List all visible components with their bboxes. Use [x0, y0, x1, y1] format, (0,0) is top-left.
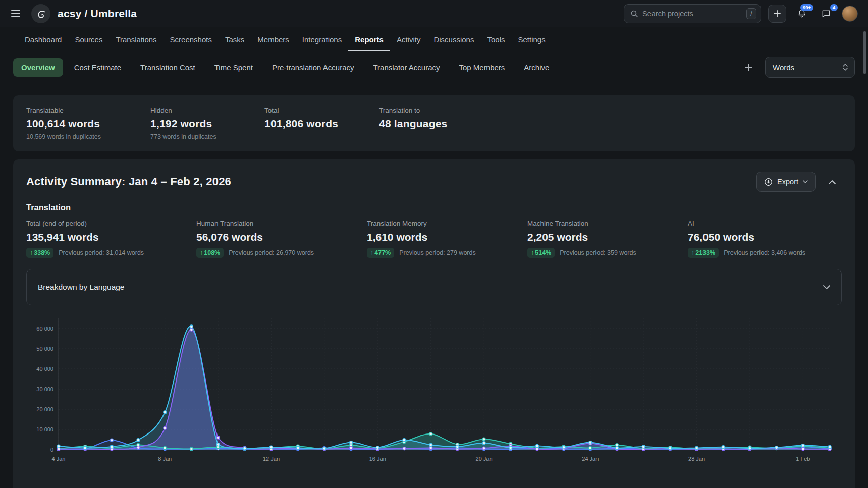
stat-label: Translatable	[26, 106, 150, 114]
export-button[interactable]: Export	[756, 172, 816, 192]
stat-value: 100,614 words	[26, 118, 150, 130]
metric-label: Machine Translation	[527, 220, 688, 227]
plus-icon	[745, 64, 752, 71]
create-project-button[interactable]	[768, 5, 786, 23]
tab-tasks[interactable]: Tasks	[219, 29, 251, 51]
stat-value: 1,192 words	[150, 118, 264, 130]
notification-count-badge: 99+	[800, 4, 813, 11]
delta-badge: ↑338%	[26, 248, 53, 258]
stat-label: Translation to	[379, 106, 842, 114]
export-icon	[764, 178, 773, 186]
metric-label: AI	[688, 220, 842, 227]
svg-text:0: 0	[50, 447, 53, 453]
svg-text:20 Jan: 20 Jan	[476, 456, 493, 462]
tab-members[interactable]: Members	[251, 29, 296, 51]
report-tab-archive[interactable]: Archive	[516, 58, 557, 77]
delta-badge: ↑514%	[527, 248, 555, 258]
tab-sources[interactable]: Sources	[68, 29, 109, 51]
tab-activity[interactable]: Activity	[390, 29, 427, 51]
tab-reports[interactable]: Reports	[348, 29, 390, 51]
stat-sub: 773 words in duplicates	[150, 133, 264, 140]
search-box[interactable]: /	[624, 4, 761, 23]
activity-summary-title: Activity Summary: Jan 4 – Feb 2, 2026	[26, 175, 756, 188]
report-tab-top-members[interactable]: Top Members	[451, 58, 513, 77]
report-tab-time-spent[interactable]: Time Spent	[206, 58, 261, 77]
delta-badge: ↑108%	[196, 248, 224, 258]
chevron-down-icon	[823, 285, 830, 290]
chat-icon	[821, 9, 831, 19]
word-stats-card: Translatable 100,614 words 10,569 words …	[13, 95, 855, 151]
up-arrow-icon: ↑	[691, 249, 694, 256]
caret-down-icon	[803, 180, 808, 184]
svg-text:20 000: 20 000	[36, 406, 53, 412]
svg-text:30 000: 30 000	[36, 386, 53, 392]
stat-hidden: Hidden 1,192 words 773 words in duplicat…	[150, 106, 264, 140]
report-unit-select[interactable]: Words	[765, 57, 855, 78]
up-arrow-icon: ↑	[370, 249, 373, 256]
add-report-button[interactable]	[740, 59, 757, 76]
metric-value: 2,205 words	[527, 231, 688, 243]
stat-translatable: Translatable 100,614 words 10,569 words …	[26, 106, 150, 140]
delta-badge: ↑2133%	[688, 248, 719, 258]
reports-subnav: Overview Cost Estimate Translation Cost …	[0, 51, 868, 85]
stat-sub: 10,569 words in duplicates	[26, 133, 150, 140]
tab-discussions[interactable]: Discussions	[427, 29, 480, 51]
svg-text:24 Jan: 24 Jan	[582, 456, 599, 462]
stat-label: Total	[264, 106, 379, 114]
svg-text:50 000: 50 000	[36, 346, 53, 352]
activity-summary-card: Activity Summary: Jan 4 – Feb 2, 2026 Ex…	[13, 159, 855, 488]
breakdown-by-language-panel[interactable]: Breakdown by Language	[26, 269, 842, 305]
unit-select-value: Words	[773, 63, 794, 72]
vertical-scrollbar[interactable]	[863, 31, 866, 74]
tab-tools[interactable]: Tools	[480, 29, 511, 51]
stat-total: Total 101,806 words	[264, 106, 379, 140]
tab-dashboard[interactable]: Dashboard	[18, 29, 68, 51]
previous-period-text: Previous period: 3,406 words	[724, 249, 805, 256]
report-tab-translator-accuracy[interactable]: Translator Accuracy	[365, 58, 448, 77]
metric-machine-translation: Machine Translation 2,205 words ↑514% Pr…	[527, 220, 688, 258]
chevron-updown-icon	[842, 63, 848, 71]
previous-period-text: Previous period: 26,970 words	[229, 249, 314, 256]
report-tab-overview[interactable]: Overview	[13, 58, 63, 77]
metric-value: 1,610 words	[367, 231, 527, 243]
crowdin-logo[interactable]	[31, 4, 50, 23]
svg-text:1 Feb: 1 Feb	[796, 456, 810, 462]
stat-value: 48 languages	[379, 118, 842, 130]
user-avatar[interactable]	[842, 6, 858, 22]
tab-screenshots[interactable]: Screenshots	[164, 29, 219, 51]
hamburger-menu-icon[interactable]	[11, 7, 24, 20]
stat-translation-to: Translation to 48 languages	[379, 106, 842, 140]
svg-text:16 Jan: 16 Jan	[369, 456, 386, 462]
metric-human-translation: Human Translation 56,076 words ↑108% Pre…	[196, 220, 367, 258]
activity-chart[interactable]: 010 00020 00030 00040 00050 00060 0004 J…	[26, 312, 839, 470]
translation-metrics-row: Total (end of period) 135,941 words ↑338…	[26, 220, 842, 258]
messages-button[interactable]: 4	[818, 5, 835, 22]
metric-label: Total (end of period)	[26, 220, 196, 227]
svg-text:40 000: 40 000	[36, 366, 53, 372]
stat-label: Hidden	[150, 106, 264, 114]
metric-label: Human Translation	[196, 220, 367, 227]
metric-label: Translation Memory	[367, 220, 527, 227]
svg-text:12 Jan: 12 Jan	[263, 456, 280, 462]
tab-settings[interactable]: Settings	[511, 29, 552, 51]
project-title: acsy / Umbrella	[58, 8, 137, 20]
slash-shortcut-key: /	[746, 8, 756, 19]
up-arrow-icon: ↑	[531, 249, 534, 256]
up-arrow-icon: ↑	[200, 249, 203, 256]
up-arrow-icon: ↑	[30, 249, 33, 256]
metric-ai: AI 76,050 words ↑2133% Previous period: …	[688, 220, 842, 258]
activity-chart-wrap: 010 00020 00030 00040 00050 00060 0004 J…	[26, 312, 842, 470]
delta-badge: ↑477%	[367, 248, 394, 258]
tab-integrations[interactable]: Integrations	[296, 29, 348, 51]
notifications-button[interactable]: 99+	[793, 5, 810, 22]
chevron-up-icon	[829, 180, 836, 184]
svg-text:8 Jan: 8 Jan	[158, 456, 172, 462]
report-tab-pretranslation-accuracy[interactable]: Pre-translation Accuracy	[264, 58, 362, 77]
collapse-section-button[interactable]	[823, 172, 842, 191]
report-tab-translation-cost[interactable]: Translation Cost	[132, 58, 203, 77]
report-tab-cost-estimate[interactable]: Cost Estimate	[66, 58, 129, 77]
search-input[interactable]	[642, 10, 742, 18]
search-icon	[630, 10, 638, 18]
previous-period-text: Previous period: 31,014 words	[59, 249, 144, 256]
tab-translations[interactable]: Translations	[109, 29, 163, 51]
